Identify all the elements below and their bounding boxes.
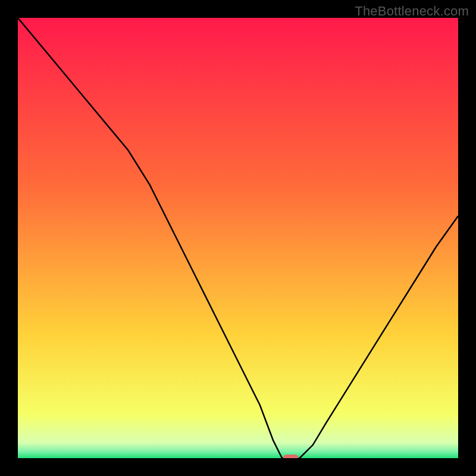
chart-frame: TheBottleneck.com bbox=[0, 0, 476, 476]
optimal-marker bbox=[283, 455, 299, 458]
plot-area bbox=[18, 18, 458, 458]
chart-svg bbox=[18, 18, 458, 458]
gradient-background bbox=[18, 18, 458, 458]
watermark-text: TheBottleneck.com bbox=[355, 4, 469, 19]
